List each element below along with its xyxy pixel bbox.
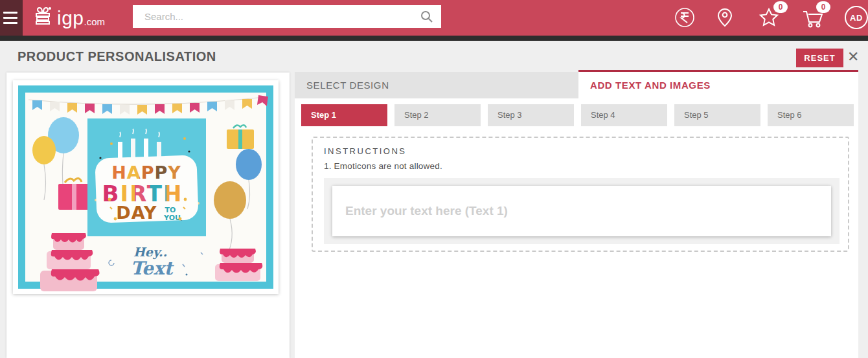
headline-happy: HAPPY [111, 162, 181, 183]
birthday-card-preview: HAPPY BIRTH DAY TO YOU [13, 80, 279, 294]
step-2-tab[interactable]: Step 2 [394, 104, 481, 126]
gift-box-icon [34, 6, 57, 30]
greeting-line2: Text [130, 258, 174, 279]
text1-field-wrap [324, 178, 839, 244]
tab-add-text-and-images[interactable]: ADD TEXT AND IMAGES [578, 70, 858, 98]
wishlist-count-badge: 0 [773, 1, 788, 13]
headline-day: DAY [116, 203, 157, 223]
igp-logo[interactable]: igp .com [34, 5, 105, 32]
location-pin-icon[interactable] [714, 6, 736, 28]
step-5-tab[interactable]: Step 5 [674, 104, 760, 126]
step-1-tab[interactable]: Step 1 [301, 104, 387, 126]
instructions-heading: INSTRUCTIONS [324, 146, 837, 156]
step-3-tab[interactable]: Step 3 [488, 104, 574, 126]
cart-count-badge: 0 [816, 1, 830, 13]
product-personalisation-page: igp .com [0, 0, 868, 358]
account-avatar[interactable]: AD [845, 6, 868, 29]
hamburger-icon [3, 12, 17, 14]
logo-text: igp [57, 7, 84, 29]
search-input[interactable] [133, 5, 441, 28]
instruction-item: 1. Emoticons are not allowed. [324, 161, 837, 171]
personalisation-form: INSTRUCTIONS 1. Emoticons are not allowe… [312, 137, 849, 252]
search-icon[interactable] [419, 9, 435, 27]
header-divider [0, 36, 868, 41]
hamburger-menu-button[interactable] [0, 0, 23, 36]
headline-you: YOU [163, 214, 181, 222]
page-title: PRODUCT PERSONALISATION [17, 49, 216, 64]
top-navbar: igp .com [0, 0, 868, 36]
close-icon[interactable]: ✕ [847, 48, 859, 66]
cart-icon[interactable]: 0 [801, 6, 823, 28]
reset-button[interactable]: RESET [796, 49, 843, 67]
logo-suffix: .com [84, 16, 106, 27]
text1-input[interactable] [332, 186, 831, 236]
currency-rupee-icon[interactable] [674, 6, 696, 28]
step-6-tab[interactable]: Step 6 [768, 104, 854, 126]
tab-select-design[interactable]: SELECT DESIGN [295, 72, 578, 98]
wishlist-star-icon[interactable]: 0 [758, 6, 780, 28]
add-text-content: Step 1 Step 2 Step 3 Step 4 Step 5 Step … [295, 98, 858, 358]
search-bar [133, 5, 441, 28]
preview-panel: HAPPY BIRTH DAY TO YOU [6, 73, 290, 358]
step-4-tab[interactable]: Step 4 [581, 104, 667, 126]
